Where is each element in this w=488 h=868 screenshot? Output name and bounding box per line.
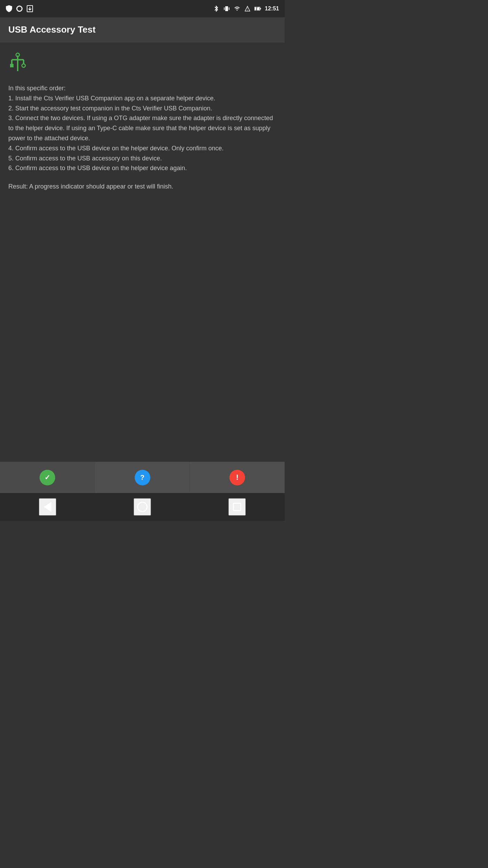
recent-button[interactable] (228, 498, 246, 516)
svg-rect-2 (225, 6, 228, 11)
pass-icon: ✓ (40, 470, 55, 485)
status-bar-left-icons (6, 5, 33, 12)
instructions-text: In this specific order: 1. Install the C… (8, 83, 276, 173)
home-button[interactable] (134, 498, 151, 516)
bluetooth-icon (213, 5, 220, 12)
download-icon (26, 5, 33, 12)
signal-icon (244, 5, 251, 12)
svg-rect-3 (224, 7, 225, 10)
bottom-action-bar: ✓ ? ! (0, 462, 285, 493)
recent-icon (233, 503, 241, 511)
pass-button[interactable]: ✓ (0, 462, 95, 493)
nav-bar (0, 493, 285, 521)
status-bar-right-icons: 12:51 (213, 5, 279, 12)
home-icon (137, 502, 148, 512)
circle-icon (16, 5, 23, 12)
svg-rect-4 (229, 7, 229, 10)
usb-icon (8, 52, 276, 76)
back-button[interactable] (39, 498, 56, 516)
status-bar: 12:51 (0, 0, 285, 17)
info-icon: ? (135, 470, 150, 485)
page-title: USB Accessory Test (8, 24, 276, 35)
svg-rect-9 (260, 8, 261, 9)
battery-icon (254, 5, 261, 12)
time-display: 12:51 (265, 6, 279, 12)
shield-icon (6, 5, 12, 12)
svg-point-17 (22, 64, 25, 67)
back-icon (44, 502, 51, 512)
result-text: Result: A progress indicator should appe… (8, 182, 276, 192)
app-header: USB Accessory Test (0, 17, 285, 42)
main-content: In this specific order: 1. Install the C… (0, 42, 285, 200)
svg-line-10 (256, 7, 257, 11)
wifi-icon (234, 5, 241, 12)
svg-rect-16 (10, 64, 14, 67)
fail-icon: ! (229, 470, 245, 485)
info-button[interactable]: ? (95, 462, 190, 493)
svg-rect-8 (255, 7, 260, 10)
vibrate-icon (223, 5, 230, 12)
svg-point-15 (16, 53, 19, 57)
fail-button[interactable]: ! (190, 462, 285, 493)
